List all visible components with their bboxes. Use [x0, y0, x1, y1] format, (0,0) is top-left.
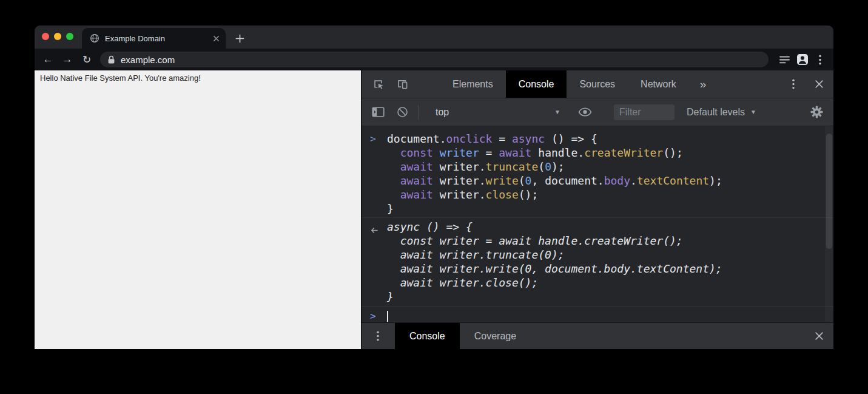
globe-favicon-icon	[90, 33, 99, 43]
close-window-button[interactable]	[42, 33, 49, 40]
return-value-arrow-icon	[370, 223, 378, 237]
devtools-tab-sources[interactable]: Sources	[567, 70, 628, 98]
console-line: const writer = await handle.createWriter…	[387, 146, 820, 160]
settings-gear-icon[interactable]	[803, 98, 830, 126]
window-controls	[42, 33, 73, 40]
text-caret	[387, 311, 388, 322]
console-line: document.onclick = async () => {	[387, 132, 820, 146]
execution-context-selector[interactable]: top ▼	[422, 98, 567, 126]
webpage: Hello Native File System API. You're ama…	[35, 70, 361, 349]
profile-avatar[interactable]	[793, 53, 811, 66]
console-line: await writer.close();	[387, 276, 820, 290]
device-toolbar-icon[interactable]	[390, 70, 414, 98]
log-levels-selector[interactable]: Default levels ▼	[687, 107, 756, 118]
console-line: await writer.close();	[387, 188, 820, 202]
console-input-message: >document.onclick = async () => { const …	[362, 132, 833, 218]
tab-title: Example Domain	[105, 34, 207, 43]
devtools-panel-tabs: ElementsConsoleSourcesNetwork	[440, 70, 689, 98]
console-prompt-line[interactable]	[387, 309, 820, 322]
page-body-text: Hello Native File System API. You're ama…	[40, 73, 356, 83]
reading-list-icon[interactable]	[776, 55, 793, 64]
drawer-menu-icon[interactable]	[366, 323, 390, 349]
console-prompt-chevron-icon: >	[370, 309, 376, 322]
zoom-window-button[interactable]	[66, 33, 73, 40]
console-line: await writer.write(0, document.body.text…	[387, 262, 820, 276]
console-line: await writer.truncate(0);	[387, 248, 820, 262]
address-bar[interactable]: example.com	[100, 52, 769, 67]
drawer-tab-coverage[interactable]: Coverage	[460, 323, 531, 349]
drawer-tab-console[interactable]: Console	[395, 323, 460, 349]
window-content: Hello Native File System API. You're ama…	[35, 70, 833, 349]
browser-menu-icon[interactable]	[811, 55, 829, 65]
console-line: }	[387, 290, 820, 304]
browser-toolbar: ← → ↻ example.com	[35, 49, 833, 70]
minimize-window-button[interactable]	[54, 33, 61, 40]
devtools-panel: ElementsConsoleSourcesNetwork »	[361, 70, 833, 349]
more-panels-icon[interactable]: »	[700, 78, 707, 91]
console-input-chevron-icon: >	[370, 132, 376, 146]
console-line: await writer.write(0, document.body.text…	[387, 174, 820, 188]
chevron-down-icon: ▼	[554, 109, 560, 115]
chevron-down-icon: ▼	[750, 109, 756, 115]
devtools-tab-console[interactable]: Console	[506, 70, 567, 98]
devtools-menu-icon[interactable]	[781, 70, 806, 98]
devtools-tabbar: ElementsConsoleSourcesNetwork »	[362, 70, 833, 98]
lock-icon	[107, 55, 115, 64]
devtools-close-icon[interactable]	[806, 70, 832, 98]
console-messages: >document.onclick = async () => { const …	[362, 126, 833, 322]
devtools-drawer: ConsoleCoverage	[362, 322, 833, 349]
console-line: }	[387, 202, 820, 216]
console-line: async () => {	[387, 220, 820, 234]
context-label: top	[436, 107, 554, 118]
devtools-tab-network[interactable]: Network	[628, 70, 689, 98]
drawer-tabs: ConsoleCoverage	[395, 323, 531, 349]
console-line: await writer.truncate(0);	[387, 160, 820, 174]
forward-button[interactable]: →	[58, 53, 77, 66]
tab-strip: Example Domain	[35, 25, 833, 49]
console-result-message: async () => { const writer = await handl…	[362, 220, 833, 307]
console-sidebar-icon[interactable]	[366, 98, 390, 126]
console-line: const writer = await handle.createWriter…	[387, 234, 820, 248]
browser-window: Example Domain ← → ↻ example.com	[35, 25, 833, 349]
inspect-element-icon[interactable]	[366, 70, 390, 98]
eye-icon[interactable]	[573, 98, 597, 126]
devtools-tab-elements[interactable]: Elements	[440, 70, 506, 98]
drawer-close-icon[interactable]	[806, 323, 832, 349]
browser-tab[interactable]: Example Domain	[82, 28, 226, 49]
url-text: example.com	[121, 55, 175, 65]
reload-button[interactable]: ↻	[77, 53, 96, 66]
new-tab-button[interactable]	[231, 30, 248, 47]
filter-input[interactable]	[614, 104, 675, 120]
clear-console-icon[interactable]	[390, 98, 414, 126]
console-toolbar: top ▼ Default levels ▼	[362, 98, 833, 126]
console-prompt[interactable]: >	[362, 307, 833, 322]
levels-label: Default levels	[687, 107, 745, 118]
toolbar-divider	[418, 105, 419, 120]
tab-close-icon[interactable]	[213, 35, 220, 42]
back-button[interactable]: ←	[38, 53, 58, 66]
